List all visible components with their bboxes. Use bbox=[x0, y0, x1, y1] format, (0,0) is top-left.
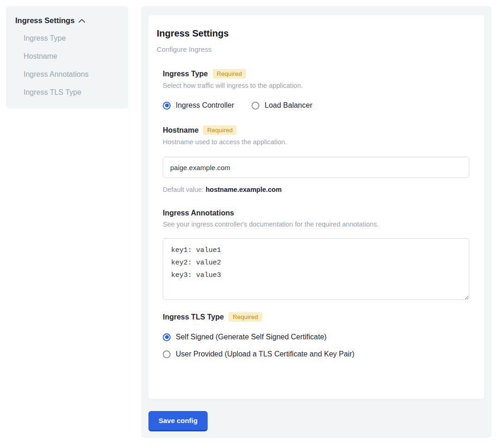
ingress-tls-type-radio-group: Self Signed (Generate Self Signed Certif… bbox=[163, 333, 469, 358]
ingress-annotations-label: Ingress Annotations bbox=[163, 209, 234, 217]
hostname-default-hint: Default value: hostname.example.com bbox=[163, 186, 469, 193]
chevron-up-icon bbox=[78, 16, 86, 25]
radio-icon[interactable] bbox=[163, 333, 171, 341]
save-config-button[interactable]: Save config bbox=[148, 411, 208, 431]
main-panel: Ingress Settings Configure Ingress Ingre… bbox=[141, 6, 492, 438]
sidebar-header-ingress-settings[interactable]: Ingress Settings bbox=[15, 16, 119, 25]
section-ingress-annotations: Ingress Annotations See your ingress con… bbox=[163, 209, 469, 302]
hostname-help: Hostname used to access the application. bbox=[163, 138, 469, 146]
page: Ingress Settings Ingress Type Hostname I… bbox=[0, 0, 504, 448]
ingress-tls-type-label: Ingress TLS Type bbox=[163, 313, 224, 321]
sidebar-header-label: Ingress Settings bbox=[15, 16, 74, 25]
radio-self-signed[interactable]: Self Signed (Generate Self Signed Certif… bbox=[163, 333, 469, 341]
sidebar-nav: Ingress Type Hostname Ingress Annotation… bbox=[15, 34, 119, 97]
default-prefix: Default value: bbox=[163, 186, 206, 193]
page-subtitle: Configure Ingress bbox=[157, 45, 469, 53]
section-hostname: Hostname Required Hostname used to acces… bbox=[163, 125, 469, 193]
sidebar-item-ingress-annotations[interactable]: Ingress Annotations bbox=[24, 70, 119, 79]
sidebar: Ingress Settings Ingress Type Hostname I… bbox=[6, 6, 128, 109]
ingress-type-label: Ingress Type bbox=[163, 70, 208, 78]
sidebar-item-ingress-type[interactable]: Ingress Type bbox=[24, 34, 119, 43]
radio-icon[interactable] bbox=[163, 102, 171, 110]
form-body: Ingress Type Required Select how traffic… bbox=[163, 69, 469, 358]
radio-label: Self Signed (Generate Self Signed Certif… bbox=[176, 333, 326, 341]
ingress-type-radio-group: Ingress Controller Load Balancer bbox=[163, 101, 469, 110]
page-title: Ingress Settings bbox=[157, 28, 469, 39]
section-ingress-tls-type: Ingress TLS Type Required Self Signed (G… bbox=[163, 312, 469, 358]
radio-label: Load Balancer bbox=[264, 101, 312, 110]
sidebar-item-ingress-tls-type[interactable]: Ingress TLS Type bbox=[24, 88, 119, 97]
radio-ingress-controller[interactable]: Ingress Controller bbox=[163, 101, 234, 110]
radio-icon[interactable] bbox=[252, 102, 259, 110]
radio-label: User Provided (Upload a TLS Certificate … bbox=[176, 350, 355, 358]
required-badge: Required bbox=[203, 125, 237, 135]
section-ingress-type: Ingress Type Required Select how traffic… bbox=[163, 69, 469, 110]
sidebar-item-hostname[interactable]: Hostname bbox=[24, 52, 119, 61]
radio-icon[interactable] bbox=[163, 350, 171, 358]
ingress-annotations-help: See your ingress controller's documentat… bbox=[163, 221, 469, 228]
default-value: hostname.example.com bbox=[206, 186, 282, 193]
radio-label: Ingress Controller bbox=[176, 101, 234, 110]
required-badge: Required bbox=[228, 312, 262, 322]
radio-user-provided[interactable]: User Provided (Upload a TLS Certificate … bbox=[163, 350, 469, 358]
hostname-input[interactable] bbox=[163, 157, 469, 178]
ingress-annotations-textarea[interactable]: key1: value1 key2: value2 key3: value3 bbox=[163, 238, 469, 300]
ingress-settings-card: Ingress Settings Configure Ingress Ingre… bbox=[148, 15, 484, 399]
ingress-type-help: Select how traffic will ingress to the a… bbox=[163, 82, 469, 89]
hostname-label: Hostname bbox=[163, 126, 198, 135]
required-badge: Required bbox=[213, 69, 246, 79]
radio-load-balancer[interactable]: Load Balancer bbox=[252, 101, 312, 110]
